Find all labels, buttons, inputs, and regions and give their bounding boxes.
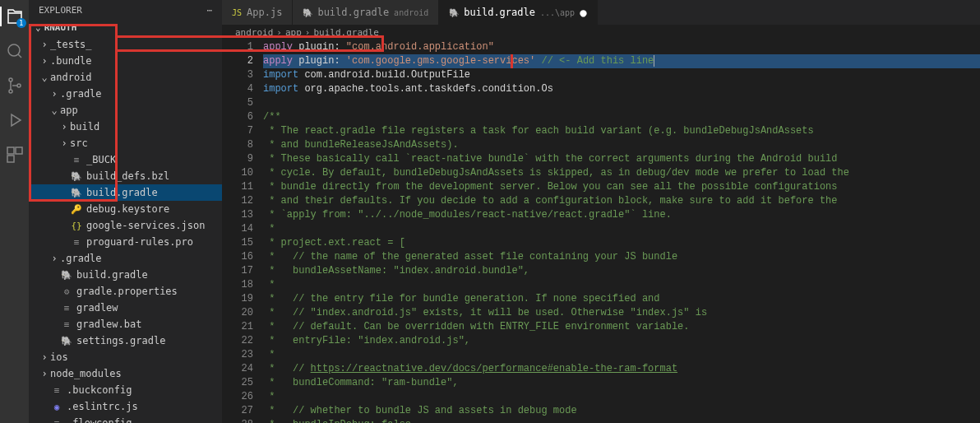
code-line: * // the entry file for bundle generatio… — [263, 292, 980, 306]
tree-item[interactable]: ›.bundle — [29, 53, 222, 69]
line-number: 23 — [222, 348, 253, 362]
code-line: apply plugin: 'com.google.gms.google-ser… — [263, 54, 980, 68]
code-content[interactable]: apply plugin: "com.android.application"a… — [263, 40, 980, 423]
tree-item[interactable]: 🐘build.gradle — [29, 184, 222, 201]
breadcrumb-item[interactable]: app — [285, 27, 302, 38]
tree-item[interactable]: 🐘build_defs.bzl — [29, 168, 222, 184]
file-icon: ≡ — [60, 319, 73, 330]
tree-item[interactable]: ›_tests_ — [29, 36, 222, 53]
code-line: * — [263, 348, 980, 362]
chevron-icon: › — [58, 121, 70, 132]
tree-item[interactable]: ›.gradle — [29, 250, 222, 267]
tree-item[interactable]: 🔑debug.keystore — [29, 201, 222, 217]
code-line: /** — [263, 110, 980, 124]
tree-item[interactable]: 🐘settings.gradle — [29, 332, 222, 349]
line-number: 28 — [222, 418, 253, 423]
tree-item-label: proguard-rules.pro — [86, 236, 193, 248]
editor-area: JSApp.js🐘build.gradleandroid🐘build.gradl… — [222, 0, 980, 423]
debug-icon[interactable] — [5, 110, 25, 130]
line-number: 24 — [222, 362, 253, 376]
tree-item[interactable]: ›build — [29, 119, 222, 135]
chevron-icon: › — [49, 88, 60, 100]
tree-item[interactable]: ›node_modules — [29, 365, 222, 382]
chevron-icon: › — [39, 351, 50, 363]
search-icon[interactable] — [5, 41, 25, 61]
source-control-icon[interactable] — [5, 76, 25, 95]
tree-item-label: build.gradle — [86, 187, 158, 198]
tree-item-label: gradlew — [76, 302, 118, 314]
tree-item-label: google-services.json — [86, 220, 206, 231]
extensions-icon[interactable] — [5, 145, 25, 165]
more-icon[interactable]: ⋯ — [206, 5, 212, 16]
tree-item-label: build.gradle — [76, 269, 148, 281]
tree-item-label: debug.keystore — [86, 203, 169, 215]
tree-item[interactable]: ≡_BUCK — [29, 151, 222, 168]
tree-item[interactable]: ⌄android — [29, 69, 222, 86]
svg-point-0 — [8, 44, 20, 56]
tree-item-label: build_defs.bzl — [86, 170, 169, 182]
tab-subtitle: ...\app — [540, 8, 575, 17]
tree-item[interactable]: ⌄app — [29, 102, 222, 119]
tree-item-label: build — [70, 121, 99, 132]
tree-item[interactable]: ≡.flowconfig — [29, 415, 222, 423]
line-number: 11 — [222, 180, 253, 194]
tab[interactable]: 🐘build.gradle...\app● — [439, 0, 597, 25]
chevron-icon: ⌄ — [49, 105, 60, 116]
code-line: * The react.gradle file registers a task… — [263, 124, 980, 138]
chevron-icon: › — [39, 55, 50, 67]
tree-item-label: app — [60, 105, 78, 116]
code-line: * bundleInDebug: false, — [263, 418, 980, 423]
chevron-right-icon: › — [276, 27, 282, 38]
dirty-indicator-icon: ● — [580, 6, 586, 19]
svg-point-2 — [9, 90, 12, 93]
chevron-icon: › — [39, 368, 50, 379]
line-number: 4 — [222, 82, 253, 96]
tree-item-label: .bundle — [50, 55, 92, 67]
tree-item[interactable]: ◉.eslintrc.js — [29, 398, 222, 415]
tab-bar: JSApp.js🐘build.gradleandroid🐘build.gradl… — [222, 0, 980, 25]
file-icon: ≡ — [70, 237, 83, 248]
breadcrumb-item[interactable]: android — [235, 27, 273, 38]
breadcrumb[interactable]: android›app›build.gradle — [222, 25, 980, 40]
tree-item[interactable]: ›.gradle — [29, 86, 222, 102]
code-line: * cycle. By default, bundleDebugJsAndAss… — [263, 166, 980, 180]
tree-item-label: src — [70, 137, 88, 149]
tree-item-label: android — [50, 72, 92, 83]
tab-label: build.gradle — [317, 7, 389, 18]
file-icon: 🐘 — [449, 8, 459, 17]
line-number: 10 — [222, 166, 253, 180]
tree-item[interactable]: ≡proguard-rules.pro — [29, 234, 222, 250]
line-number: 18 — [222, 278, 253, 292]
project-section[interactable]: ⌄ RNAUTH — [29, 21, 222, 35]
tree-item[interactable]: ›src — [29, 135, 222, 151]
tab[interactable]: 🐘build.gradleandroid — [293, 0, 439, 25]
explorer-icon[interactable]: 1 — [5, 7, 25, 26]
tab-subtitle: android — [394, 8, 428, 17]
file-tree: ›_tests_›.bundle⌄android›.gradle⌄app›bui… — [29, 35, 222, 423]
tree-item-label: .eslintrc.js — [67, 401, 138, 412]
line-number: 5 — [222, 96, 253, 110]
code-line: * // default. Can be overridden with ENT… — [263, 320, 980, 334]
code-line: * entryFile: "index.android.js", — [263, 334, 980, 348]
code-area[interactable]: 1234567891011121314151617181920212223242… — [222, 40, 980, 423]
tree-item[interactable]: ≡gradlew.bat — [29, 316, 222, 332]
code-line: * — [263, 222, 980, 236]
breadcrumb-item[interactable]: build.gradle — [313, 27, 378, 38]
tree-item[interactable]: ⚙gradle.properties — [29, 283, 222, 300]
tree-item-label: .buckconfig — [67, 384, 132, 396]
chevron-down-icon: ⌄ — [35, 22, 41, 33]
line-number: 7 — [222, 124, 253, 138]
tree-item[interactable]: ≡.buckconfig — [29, 382, 222, 398]
line-number: 21 — [222, 320, 253, 334]
tree-item-label: gradlew.bat — [76, 318, 141, 330]
tree-item[interactable]: 🐘build.gradle — [29, 267, 222, 283]
tab-label: App.js — [247, 7, 282, 18]
tab[interactable]: JSApp.js — [222, 0, 293, 25]
tree-item[interactable]: {}google-services.json — [29, 217, 222, 234]
code-line: * // whether to bundle JS and assets in … — [263, 404, 980, 418]
activity-bar: 1 — [0, 0, 29, 423]
tree-item[interactable]: ≡gradlew — [29, 300, 222, 316]
tree-item-label: gradle.properties — [76, 286, 178, 297]
tree-item[interactable]: ›ios — [29, 349, 222, 365]
code-line: * bundleAssetName: "index.android.bundle… — [263, 264, 980, 278]
